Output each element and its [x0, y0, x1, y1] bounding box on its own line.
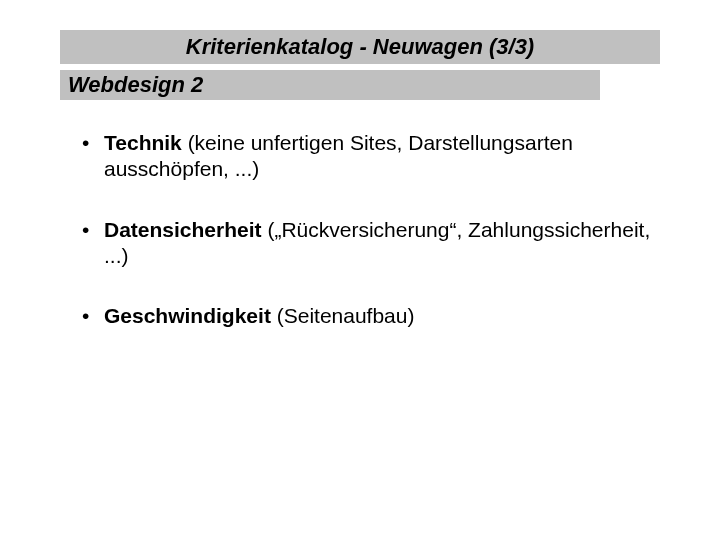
- slide-subtitle: Webdesign 2: [60, 70, 600, 100]
- slide-title: Kriterienkatalog - Neuwagen (3/3): [60, 30, 660, 64]
- bullet-bold: Datensicherheit: [104, 218, 262, 241]
- bullet-bold: Technik: [104, 131, 182, 154]
- bullet-list: Technik (keine unfertigen Sites, Darstel…: [60, 130, 660, 329]
- list-item: Technik (keine unfertigen Sites, Darstel…: [82, 130, 660, 183]
- list-item: Datensicherheit („Rückversicherung“, Zah…: [82, 217, 660, 270]
- bullet-rest: (Seitenaufbau): [271, 304, 415, 327]
- list-item: Geschwindigkeit (Seitenaufbau): [82, 303, 660, 329]
- bullet-bold: Geschwindigkeit: [104, 304, 271, 327]
